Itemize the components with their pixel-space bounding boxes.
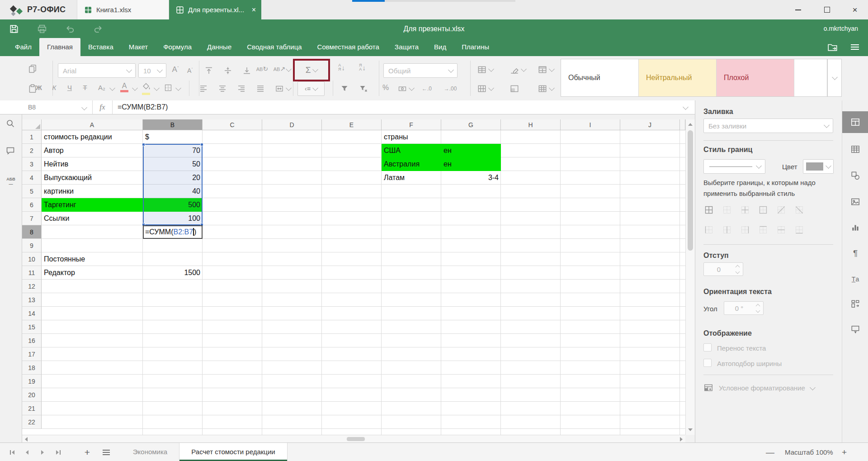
sort-ascending-button[interactable]: АЯ ↓ bbox=[338, 63, 345, 71]
open-file-location-icon[interactable] bbox=[827, 42, 838, 52]
table-template-button[interactable] bbox=[536, 82, 549, 95]
borders-button[interactable] bbox=[162, 81, 175, 94]
align-middle-button[interactable] bbox=[222, 64, 234, 77]
cell-F2[interactable]: США bbox=[382, 144, 441, 157]
cell-format-button[interactable] bbox=[508, 82, 521, 95]
row-header-9[interactable]: 9 bbox=[22, 239, 42, 252]
shape-settings-tab[interactable] bbox=[850, 170, 861, 181]
close-tab-icon[interactable]: × bbox=[252, 0, 256, 19]
menu-tab-7[interactable]: Совместная работа bbox=[310, 38, 387, 56]
cell-G3[interactable]: ен bbox=[441, 157, 501, 171]
cell-A11[interactable]: Редактор bbox=[42, 266, 143, 280]
angle-spinner[interactable]: 0 ° bbox=[724, 301, 764, 315]
formula-input[interactable]: =СУММ(B2:B7) bbox=[118, 100, 168, 114]
cell-name-box[interactable]: B8 bbox=[0, 100, 93, 114]
previous-sheet-button[interactable] bbox=[24, 443, 31, 461]
row-header-10[interactable]: 10 bbox=[22, 252, 42, 266]
align-left-button[interactable] bbox=[197, 82, 210, 95]
italic-button[interactable]: К bbox=[50, 82, 59, 93]
border-bottom-button[interactable] bbox=[794, 224, 805, 235]
row-header-14[interactable]: 14 bbox=[22, 307, 42, 320]
row-header-17[interactable]: 17 bbox=[22, 347, 42, 361]
border-all-button[interactable] bbox=[703, 204, 714, 215]
row-header-1[interactable]: 1 bbox=[22, 130, 42, 144]
text-art-settings-tab[interactable]: T̲a bbox=[850, 274, 861, 285]
border-none-button[interactable] bbox=[722, 204, 732, 215]
cell-F3[interactable]: Австралия bbox=[382, 157, 441, 171]
menu-tab-1[interactable]: Главная bbox=[39, 38, 80, 56]
last-sheet-button[interactable] bbox=[53, 443, 63, 461]
border-left-button[interactable] bbox=[703, 224, 714, 235]
border-top-button[interactable] bbox=[758, 224, 769, 235]
row-header-20[interactable]: 20 bbox=[22, 388, 42, 402]
filter-button[interactable] bbox=[338, 82, 351, 95]
border-diag-up-button[interactable] bbox=[776, 204, 787, 215]
column-header-F[interactable]: F bbox=[382, 119, 441, 130]
cell-F4[interactable]: Латам bbox=[382, 171, 441, 185]
conditional-formatting-button[interactable]: Условное форматирование bbox=[703, 383, 815, 393]
zoom-in-button[interactable]: + bbox=[842, 443, 847, 461]
scroll-down-icon[interactable] bbox=[688, 428, 693, 431]
merge-cells-button[interactable] bbox=[273, 82, 286, 95]
doc-tab-active[interactable]: Для презенты.xl... × bbox=[169, 0, 261, 19]
pivot-table-settings-tab[interactable] bbox=[850, 299, 861, 309]
search-icon[interactable] bbox=[6, 119, 16, 129]
row-header-15[interactable]: 15 bbox=[22, 320, 42, 334]
menu-tab-2[interactable]: Вставка bbox=[80, 38, 121, 56]
cell-A10[interactable]: Постоянные bbox=[42, 252, 143, 266]
cell-B11[interactable]: 1500 bbox=[143, 266, 203, 280]
paragraph-settings-tab[interactable]: ¶ bbox=[850, 248, 861, 259]
cell-G4[interactable]: 3-4 bbox=[441, 171, 501, 185]
menu-tab-3[interactable]: Макет bbox=[121, 38, 156, 56]
column-header-H[interactable]: H bbox=[501, 119, 561, 130]
row-header-6[interactable]: 6 bbox=[22, 198, 42, 212]
cell-A1[interactable]: стоимость редакции bbox=[42, 130, 143, 144]
align-center-button[interactable] bbox=[216, 82, 229, 95]
spellcheck-icon[interactable]: АБВ— bbox=[5, 177, 17, 187]
menu-tab-9[interactable]: Вид bbox=[426, 38, 454, 56]
first-sheet-button[interactable] bbox=[7, 443, 17, 461]
row-header-7[interactable]: 7 bbox=[22, 212, 42, 225]
column-header-C[interactable]: C bbox=[203, 119, 262, 130]
font-name-combo[interactable]: Arial bbox=[58, 63, 136, 78]
row-header-3[interactable]: 3 bbox=[22, 157, 42, 171]
column-header-G[interactable]: G bbox=[441, 119, 501, 130]
justify-button[interactable] bbox=[254, 82, 267, 95]
add-sheet-button[interactable]: + bbox=[82, 443, 92, 461]
window-minimize-button[interactable] bbox=[790, 0, 806, 19]
cell-A6[interactable]: Таргетинг bbox=[42, 198, 143, 212]
border-inside-button[interactable] bbox=[740, 204, 750, 215]
increase-font-button[interactable]: A˙ bbox=[170, 64, 182, 75]
row-header-19[interactable]: 19 bbox=[22, 375, 42, 388]
styles-gallery-expand-button[interactable] bbox=[827, 59, 842, 97]
border-right-button[interactable] bbox=[740, 224, 750, 235]
cell-A7[interactable]: Ссылки bbox=[42, 212, 143, 225]
cell-settings-tab[interactable] bbox=[842, 111, 868, 133]
format-as-table-button[interactable] bbox=[536, 63, 549, 76]
delete-cells-button[interactable] bbox=[476, 82, 488, 95]
row-header-2[interactable]: 2 bbox=[22, 144, 42, 157]
menu-tab-8[interactable]: Защита bbox=[387, 38, 426, 56]
selection-handle[interactable] bbox=[142, 143, 145, 146]
strikethrough-button[interactable]: Т bbox=[80, 82, 90, 93]
scroll-left-icon[interactable] bbox=[25, 437, 28, 442]
border-color-select[interactable] bbox=[803, 159, 834, 174]
vertical-scrollbar[interactable] bbox=[685, 119, 695, 435]
copy-button[interactable] bbox=[26, 62, 39, 75]
row-header-13[interactable]: 13 bbox=[22, 293, 42, 307]
indent-spinner[interactable]: 0 bbox=[703, 262, 743, 276]
accounting-style-button[interactable] bbox=[396, 82, 409, 95]
slicer-settings-tab[interactable] bbox=[850, 324, 861, 335]
subscript-button[interactable]: A₂ bbox=[96, 82, 108, 93]
sheet-tab-economika[interactable]: Экономика bbox=[121, 443, 179, 461]
row-header-4[interactable]: 4 bbox=[22, 171, 42, 185]
window-maximize-button[interactable] bbox=[819, 0, 835, 19]
sort-descending-button[interactable]: ЯА ↓ bbox=[359, 63, 366, 71]
cell-A2[interactable]: Автор bbox=[42, 144, 143, 157]
border-diag-down-button[interactable] bbox=[794, 204, 805, 215]
table-settings-tab[interactable] bbox=[850, 144, 861, 155]
align-bottom-button[interactable] bbox=[241, 64, 253, 77]
selection-handle[interactable] bbox=[200, 143, 203, 146]
vertical-scroll-thumb[interactable] bbox=[688, 130, 693, 251]
autofit-width-checkbox[interactable] bbox=[703, 359, 712, 367]
